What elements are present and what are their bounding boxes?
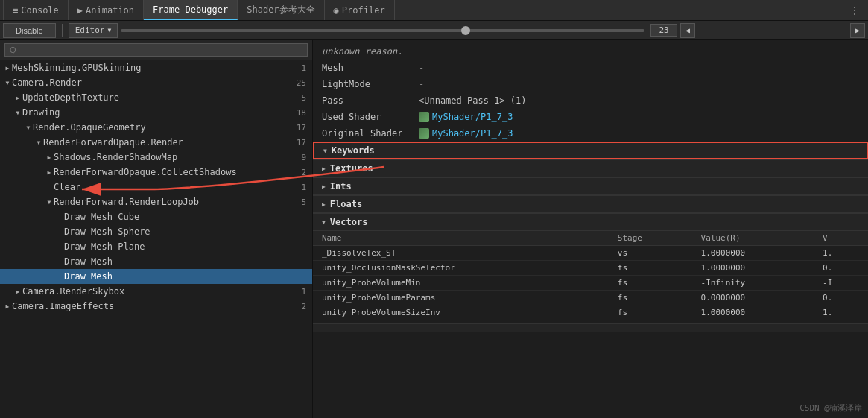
- tree-count-3: 5: [301, 93, 306, 103]
- vectors-cell-value: 1.0000000: [692, 305, 814, 320]
- editor-dropdown[interactable]: Editor ▼: [69, 23, 118, 38]
- vectors-cell-value: 0.0000000: [692, 291, 814, 305]
- console-icon: ≡: [13, 5, 18, 16]
- tree-count-5: 17: [297, 123, 306, 133]
- used-shader-label: Used Shader: [322, 112, 419, 122]
- tree-arrow-3: ▶: [13, 95, 22, 101]
- vectors-cell-v: 0.: [814, 261, 868, 276]
- tree-label-7: Shadows.RenderShadowMap: [54, 152, 301, 162]
- ints-arrow: ▶: [322, 183, 326, 190]
- next-frame-button[interactable]: ▶: [850, 23, 865, 38]
- tree-count-9: 1: [301, 183, 306, 192]
- tree-item-2[interactable]: ▼Camera.Render25: [0, 75, 312, 90]
- vectors-cell-value: -Infinity: [692, 276, 814, 291]
- vectors-cell-name: unity_ProbeVolumeMin: [313, 276, 609, 291]
- unknown-reason-row: unknown reason.: [313, 43, 868, 60]
- vectors-section-header[interactable]: ▼ Vectors: [313, 213, 868, 231]
- vectors-cell-stage: fs: [609, 305, 692, 320]
- tree-count-1: 1: [301, 63, 306, 73]
- tree-label-1: MeshSkinning.GPUSkinning: [12, 63, 301, 73]
- tree-item-7[interactable]: ▶Shadows.RenderShadowMap9: [0, 150, 312, 165]
- tree-view[interactable]: ▶MeshSkinning.GPUSkinning1▼Camera.Render…: [0, 60, 312, 418]
- tree-label-15: Draw Mesh: [64, 271, 306, 282]
- unknown-reason-text: unknown reason.: [322, 46, 402, 57]
- tree-arrow-5: ▼: [24, 124, 33, 131]
- tree-item-13[interactable]: Draw Mesh Plane: [0, 239, 312, 254]
- vectors-table: Name Stage Value(R) V _DissolveTex_STvs1…: [313, 231, 868, 320]
- vectors-col-value: Value(R): [692, 231, 814, 246]
- search-bar: [0, 40, 312, 60]
- tree-item-17[interactable]: ▶Camera.ImageEffects2: [0, 299, 312, 314]
- tree-label-9: Clear: [54, 182, 301, 192]
- vectors-cell-stage: fs: [609, 276, 692, 291]
- tree-item-5[interactable]: ▼Render.OpaqueGeometry17: [0, 120, 312, 135]
- tree-item-6[interactable]: ▼RenderForwardOpaque.Render17: [0, 135, 312, 150]
- tree-item-16[interactable]: ▶Camera.RenderSkybox1: [0, 284, 312, 299]
- tree-item-8[interactable]: ▶RenderForwardOpaque.CollectShadows2: [0, 165, 312, 180]
- frame-slider[interactable]: [121, 29, 644, 32]
- tree-item-10[interactable]: ▼RenderForward.RenderLoopJob5: [0, 194, 312, 209]
- table-row: unity_ProbeVolumeSizeInvfs1.00000001.: [313, 305, 868, 320]
- tree-label-11: Draw Mesh Cube: [64, 212, 306, 222]
- original-shader-value[interactable]: MyShader/P1_7_3: [432, 128, 513, 139]
- floats-label: Floats: [330, 199, 362, 209]
- slider-thumb[interactable]: [461, 26, 470, 35]
- tree-item-15[interactable]: Draw Mesh: [0, 269, 312, 284]
- table-row: unity_ProbeVolumeParamsfs0.00000000.: [313, 291, 868, 305]
- tab-console[interactable]: ≡ Console: [3, 0, 69, 20]
- tree-item-14[interactable]: Draw Mesh: [0, 254, 312, 269]
- floats-section-header[interactable]: ▶ Floats: [313, 195, 868, 213]
- tree-arrow-6: ▼: [34, 139, 43, 146]
- tree-item-11[interactable]: Draw Mesh Cube: [0, 209, 312, 224]
- toolbar: Disable Editor ▼ 23 ◀ ▶: [0, 21, 868, 40]
- search-input[interactable]: [4, 43, 308, 57]
- keywords-arrow: ▼: [323, 148, 327, 154]
- used-shader-row: Used Shader MyShader/P1_7_3: [313, 109, 868, 125]
- used-shader-value[interactable]: MyShader/P1_7_3: [432, 112, 513, 122]
- tree-item-3[interactable]: ▶UpdateDepthTexture5: [0, 90, 312, 105]
- lightmode-value: -: [419, 79, 424, 89]
- profiler-icon: ◉: [334, 5, 339, 16]
- keywords-section-header[interactable]: ▼ Keywords: [313, 142, 868, 159]
- tree-arrow-17: ▶: [3, 303, 12, 310]
- tab-animation[interactable]: ▶ Animation: [69, 0, 144, 20]
- tree-item-4[interactable]: ▼Drawing18: [0, 105, 312, 120]
- tree-label-6: RenderForwardOpaque.Render: [43, 137, 297, 148]
- tab-bar: ≡ Console ▶ Animation Frame Debugger Sha…: [0, 0, 868, 21]
- tree-item-1[interactable]: ▶MeshSkinning.GPUSkinning1: [0, 60, 312, 75]
- tree-label-14: Draw Mesh: [64, 256, 306, 267]
- tree-item-12[interactable]: Draw Mesh Sphere: [0, 224, 312, 239]
- prev-frame-button[interactable]: ◀: [680, 23, 695, 38]
- disable-button[interactable]: Disable: [3, 23, 56, 38]
- textures-label: Textures: [330, 163, 373, 174]
- tree-count-7: 9: [301, 153, 306, 162]
- tree-count-17: 2: [301, 302, 306, 311]
- textures-section-header[interactable]: ▶ Textures: [313, 159, 868, 177]
- tree-label-13: Draw Mesh Plane: [64, 241, 306, 252]
- vectors-arrow: ▼: [322, 219, 326, 226]
- ints-section-header[interactable]: ▶ Ints: [313, 177, 868, 195]
- vectors-cell-v: 1.: [814, 246, 868, 261]
- original-shader-label: Original Shader: [322, 128, 419, 139]
- horizontal-scrollbar[interactable]: [313, 323, 868, 332]
- tab-profiler[interactable]: ◉ Profiler: [325, 0, 395, 20]
- tree-label-2: Camera.Render: [12, 77, 297, 88]
- vectors-cell-stage: vs: [609, 246, 692, 261]
- pass-value: <Unnamed Pass 1> (1): [419, 95, 527, 106]
- vectors-cell-name: unity_ProbeVolumeSizeInv: [313, 305, 609, 320]
- tab-menu-icon[interactable]: ⋮: [844, 5, 865, 16]
- tab-frame-debugger[interactable]: Frame Debugger: [144, 0, 238, 20]
- vectors-col-v: V: [814, 231, 868, 246]
- original-shader-row: Original Shader MyShader/P1_7_3: [313, 125, 868, 142]
- left-panel: ▶MeshSkinning.GPUSkinning1▼Camera.Render…: [0, 40, 313, 418]
- tab-shader-ref[interactable]: Shader参考大全: [238, 0, 324, 20]
- lightmode-label: LightMode: [322, 79, 419, 89]
- tree-label-5: Render.OpaqueGeometry: [33, 122, 297, 133]
- table-row: unity_ProbeVolumeMinfs-Infinity-I: [313, 276, 868, 291]
- tree-label-12: Draw Mesh Sphere: [64, 227, 306, 237]
- tree-count-10: 5: [301, 197, 306, 207]
- tree-item-9[interactable]: Clear1: [0, 180, 312, 194]
- ints-label: Ints: [330, 181, 352, 191]
- used-shader-icon: [419, 112, 429, 122]
- watermark: CSDN @楠溪泽岸: [799, 402, 862, 414]
